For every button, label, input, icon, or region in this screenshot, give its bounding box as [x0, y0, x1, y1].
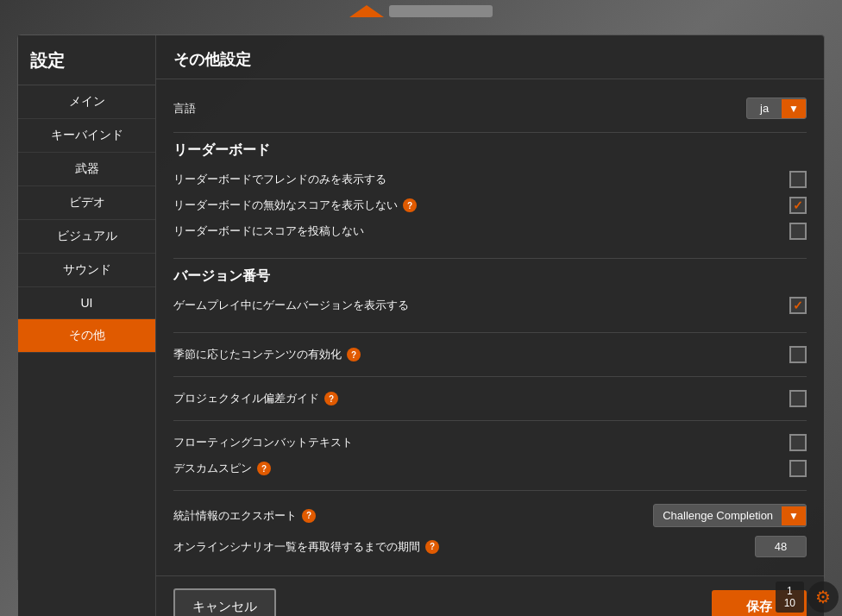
divider-5	[173, 420, 807, 421]
divider-2	[173, 258, 807, 259]
online-scenario-label: オンラインシナリオ一覧を再取得するまでの期間 ?	[173, 539, 755, 555]
sidebar-item-main[interactable]: メイン	[18, 85, 155, 119]
hud-gear-icon[interactable]: ⚙	[807, 581, 839, 613]
leaderboard-row-0: リーダーボードでフレンドのみを表示する	[173, 167, 807, 192]
leaderboard-checkbox-0[interactable]	[789, 171, 807, 188]
leaderboard-checkbox-1[interactable]	[789, 197, 807, 214]
online-scenario-help-icon[interactable]: ?	[425, 540, 439, 554]
sidebar: 設定 メイン キーバインド 武器 ビデオ ビジュアル サウンド UI その他	[18, 35, 156, 616]
language-dropdown-value: ja	[747, 98, 782, 118]
stats-export-dropdown-value: Challenge Completion	[654, 505, 782, 526]
deskcam-label: デスカムスピン ?	[173, 461, 789, 476]
projectile-row: プロジェクタイル偏差ガイド ?	[173, 386, 807, 412]
projectile-label: プロジェクタイル偏差ガイド ?	[173, 391, 789, 406]
sidebar-header: 設定	[18, 35, 155, 85]
top-bar	[0, 0, 842, 17]
floating-checkbox[interactable]	[789, 434, 807, 451]
divider-4	[173, 376, 807, 377]
content-body: 言語 ja ▼ リーダーボード リーダーボードでフレンドのみを表示する	[156, 79, 824, 575]
deskcam-row: デスカムスピン ?	[173, 456, 807, 481]
cancel-button[interactable]: キャンセル	[173, 588, 276, 616]
stats-export-dropdown-arrow-icon: ▼	[782, 506, 806, 525]
stats-export-help-icon[interactable]: ?	[302, 509, 316, 523]
stats-export-row: 統計情報のエクスポート ? Challenge Completion ▼	[173, 500, 807, 531]
content-title: その他設定	[156, 35, 824, 79]
language-row: 言語 ja ▼	[173, 93, 807, 123]
language-label: 言語	[173, 101, 746, 116]
seasonal-row: 季節に応じたコンテンツの有効化 ?	[173, 342, 807, 368]
online-scenario-row: オンラインシナリオ一覧を再取得するまでの期間 ? 48	[173, 531, 807, 562]
divider-1	[173, 132, 807, 133]
seasonal-help-icon[interactable]: ?	[347, 348, 361, 361]
sidebar-item-visual[interactable]: ビジュアル	[18, 220, 155, 254]
leaderboard-row-1: リーダーボードの無効なスコアを表示しない ?	[173, 192, 807, 218]
seasonal-label: 季節に応じたコンテンツの有効化 ?	[173, 347, 789, 362]
leaderboard-label-2: リーダーボードにスコアを投稿しない	[173, 223, 789, 239]
leaderboard-help-icon-1[interactable]: ?	[403, 198, 417, 212]
seasonal-checkbox[interactable]	[789, 346, 807, 363]
settings-dialog: 設定 メイン キーバインド 武器 ビデオ ビジュアル サウンド UI その他 そ…	[17, 35, 825, 581]
floating-row: フローティングコンバットテキスト	[173, 430, 807, 456]
divider-3	[173, 332, 807, 333]
version-row-0: ゲームプレイ中にゲームバージョンを表示する	[173, 292, 807, 318]
version-section: バージョン番号 ゲームプレイ中にゲームバージョンを表示する	[173, 267, 807, 318]
language-dropdown[interactable]: ja ▼	[746, 97, 807, 119]
sidebar-item-other[interactable]: その他	[18, 319, 155, 353]
floating-label: フローティングコンバットテキスト	[173, 435, 789, 450]
leaderboard-checkbox-2[interactable]	[789, 223, 807, 240]
version-label-0: ゲームプレイ中にゲームバージョンを表示する	[173, 298, 789, 313]
dialog-wrapper: 設定 メイン キーバインド 武器 ビデオ ビジュアル サウンド UI その他 そ…	[18, 35, 824, 616]
stats-export-label: 統計情報のエクスポート ?	[173, 508, 653, 524]
leaderboard-label-1: リーダーボードの無効なスコアを表示しない ?	[173, 198, 789, 213]
leaderboard-title: リーダーボード	[173, 141, 807, 160]
deskcam-checkbox[interactable]	[789, 460, 807, 477]
deskcam-help-icon[interactable]: ?	[257, 462, 271, 475]
bottom-hud: 110 ⚙	[772, 578, 842, 616]
language-dropdown-arrow-icon: ▼	[782, 99, 806, 118]
hud-counter: 110	[776, 581, 804, 613]
divider-6	[173, 490, 807, 491]
main-content: その他設定 言語 ja ▼ リーダーボード リーダーボードでフレンドのみを表示す…	[156, 35, 824, 616]
version-checkbox-0[interactable]	[789, 297, 807, 314]
dialog-footer: キャンセル 保存	[156, 575, 824, 616]
stats-export-dropdown[interactable]: Challenge Completion ▼	[653, 504, 807, 527]
sidebar-item-sound[interactable]: サウンド	[18, 254, 155, 287]
projectile-checkbox[interactable]	[789, 390, 807, 407]
sidebar-item-ui[interactable]: UI	[18, 287, 155, 319]
leaderboard-row-2: リーダーボードにスコアを投稿しない	[173, 218, 807, 244]
projectile-help-icon[interactable]: ?	[324, 392, 338, 405]
leaderboard-section: リーダーボード リーダーボードでフレンドのみを表示する リーダーボードの無効なス…	[173, 141, 807, 244]
top-triangle-icon	[349, 5, 384, 17]
top-bar-right	[389, 5, 493, 17]
sidebar-item-keybind[interactable]: キーバインド	[18, 119, 155, 153]
sidebar-item-weapons[interactable]: 武器	[18, 153, 155, 186]
leaderboard-label-0: リーダーボードでフレンドのみを表示する	[173, 172, 789, 187]
sidebar-item-video[interactable]: ビデオ	[18, 186, 155, 220]
online-scenario-input[interactable]: 48	[755, 536, 807, 557]
version-title: バージョン番号	[173, 267, 807, 286]
